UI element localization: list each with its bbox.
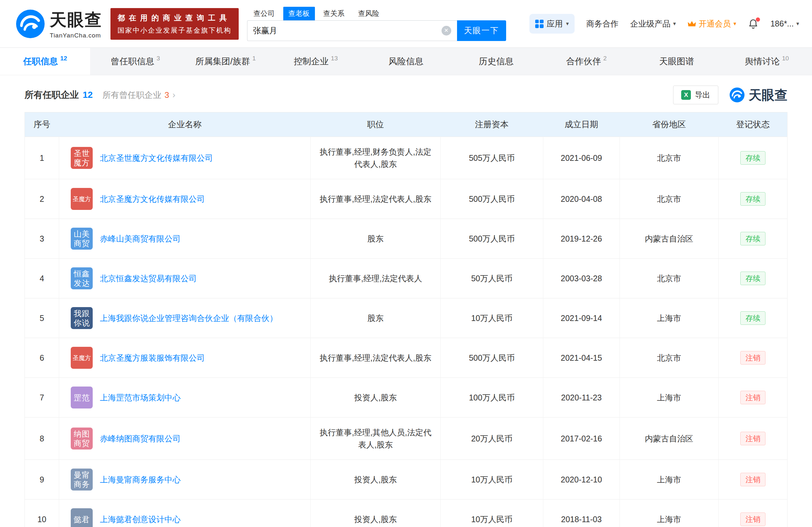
clear-icon[interactable]: ✕ bbox=[441, 26, 451, 35]
tab-舆情讨论[interactable]: 舆情讨论10 bbox=[722, 48, 812, 75]
search-input[interactable] bbox=[253, 26, 441, 35]
avatar-text: 纳图 bbox=[74, 429, 90, 439]
tab-风险信息[interactable]: 风险信息 bbox=[361, 48, 451, 75]
membership-label: 开通会员 bbox=[699, 18, 731, 29]
avatar-text: 商贸 bbox=[74, 239, 90, 248]
capital-cell: 505万人民币 bbox=[440, 137, 543, 179]
tab-历史信息[interactable]: 历史信息 bbox=[451, 48, 541, 75]
tab-count: 1 bbox=[252, 55, 256, 62]
search-tab-查风险[interactable]: 查风险 bbox=[353, 7, 385, 20]
nav-open-membership[interactable]: 开通会员 ▾ bbox=[688, 18, 736, 29]
search-button[interactable]: 天眼一下 bbox=[457, 20, 506, 41]
company-link[interactable]: 赤峰纳图商贸有限公司 bbox=[100, 433, 180, 445]
table-row: 3 山美 商贸 赤峰山美商贸有限公司 股东 500万人民币 2019-12-26… bbox=[25, 219, 787, 259]
serial-cell: 10 bbox=[25, 500, 59, 527]
company-avatar: 懿君 bbox=[71, 508, 93, 527]
tab-曾任职信息[interactable]: 曾任职信息3 bbox=[90, 48, 180, 75]
avatar-text: 圣魔方 bbox=[73, 353, 91, 363]
table-row: 7 罡范 上海罡范市场策划中心 投资人,股东 100万人民币 2020-11-2… bbox=[25, 378, 787, 418]
capital-cell: 20万人民币 bbox=[440, 418, 543, 460]
region-cell: 上海市 bbox=[620, 500, 719, 527]
status-badge: 存续 bbox=[740, 192, 766, 206]
tab-label: 天眼图谱 bbox=[659, 56, 694, 67]
account-menu[interactable]: 186*... ▾ bbox=[770, 19, 799, 28]
table-row: 1 圣世 魔方 北京圣世魔方文化传媒有限公司 执行董事,经理,财务负责人,法定代… bbox=[25, 137, 787, 179]
export-button[interactable]: X 导出 bbox=[673, 86, 718, 104]
status-badge: 存续 bbox=[740, 311, 766, 325]
apps-label: 应用 bbox=[547, 18, 563, 29]
tab-count: 3 bbox=[157, 55, 160, 62]
logo-title: 天眼查 bbox=[50, 9, 102, 31]
apps-menu-button[interactable]: 应用 ▾ bbox=[530, 14, 575, 33]
status-cell: 注销 bbox=[719, 460, 787, 500]
serial-cell: 7 bbox=[25, 378, 59, 418]
former-positions-count: 3 bbox=[164, 90, 169, 100]
section-title: 所有任职企业 bbox=[25, 89, 79, 101]
company-cell: 恒鑫 发达 北京恒鑫发达贸易有限公司 bbox=[59, 259, 311, 298]
company-link[interactable]: 上海曼甯商务服务中心 bbox=[100, 473, 180, 486]
tab-count: 2 bbox=[603, 55, 607, 62]
region-cell: 内蒙古自治区 bbox=[620, 418, 719, 460]
former-positions-link[interactable]: 所有曾任职企业 3 › bbox=[102, 89, 175, 101]
company-link[interactable]: 上海罡范市场策划中心 bbox=[100, 391, 180, 404]
table-row: 5 我跟 你说 上海我跟你说企业管理咨询合伙企业（有限合伙） 股东 10万人民币… bbox=[25, 298, 787, 338]
tab-天眼图谱[interactable]: 天眼图谱 bbox=[632, 48, 722, 75]
tab-控制企业[interactable]: 控制企业13 bbox=[271, 48, 361, 75]
status-badge: 注销 bbox=[740, 512, 766, 526]
promo-banner-line2: 国家中小企业发展子基金旗下机构 bbox=[118, 26, 232, 35]
status-cell: 存续 bbox=[719, 298, 787, 338]
company-avatar: 罡范 bbox=[71, 386, 93, 409]
search-tab-查关系[interactable]: 查关系 bbox=[318, 7, 350, 20]
logo-text: 天眼查 TianYanCha.com bbox=[50, 9, 102, 39]
company-avatar: 纳图 商贸 bbox=[71, 427, 93, 450]
company-link[interactable]: 北京圣魔方文化传媒有限公司 bbox=[100, 193, 205, 205]
avatar-text: 山美 bbox=[74, 229, 90, 239]
caret-down-icon: ▾ bbox=[796, 20, 799, 27]
tab-合作伙伴[interactable]: 合作伙伴2 bbox=[541, 48, 632, 75]
date-cell: 2019-12-26 bbox=[543, 219, 620, 259]
status-badge: 存续 bbox=[740, 272, 766, 285]
avatar-text: 圣世 bbox=[74, 148, 90, 158]
nav-business-cooperation[interactable]: 商务合作 bbox=[586, 18, 619, 29]
company-cell: 罡范 上海罡范市场策划中心 bbox=[59, 378, 311, 418]
caret-down-icon: ▾ bbox=[566, 20, 569, 27]
company-link[interactable]: 赤峰山美商贸有限公司 bbox=[100, 233, 180, 245]
date-cell: 2021-04-15 bbox=[543, 338, 620, 378]
tab-count: 12 bbox=[60, 55, 67, 62]
notification-dot bbox=[756, 17, 760, 21]
watermark-logo: 天眼查 bbox=[729, 86, 787, 104]
table-row: 9 曼甯 商务 上海曼甯商务服务中心 投资人,股东 10万人民币 2020-12… bbox=[25, 460, 787, 500]
avatar-text: 曼甯 bbox=[74, 470, 90, 480]
avatar-text: 商贸 bbox=[74, 439, 90, 448]
company-avatar: 圣世 魔方 bbox=[71, 147, 93, 169]
company-avatar: 我跟 你说 bbox=[71, 307, 93, 329]
capital-cell: 10万人民币 bbox=[440, 298, 543, 338]
search-tab-查老板[interactable]: 查老板 bbox=[283, 7, 315, 20]
serial-cell: 9 bbox=[25, 460, 59, 500]
company-link[interactable]: 上海懿君创意设计中心 bbox=[100, 513, 180, 525]
watermark-text: 天眼查 bbox=[749, 86, 787, 104]
company-link[interactable]: 上海我跟你说企业管理咨询合伙企业（有限合伙） bbox=[100, 312, 277, 324]
tianyancha-watermark-icon bbox=[729, 87, 745, 103]
notifications-bell[interactable] bbox=[748, 18, 759, 29]
caret-down-icon: ▾ bbox=[673, 20, 676, 27]
tab-所属集团/族群[interactable]: 所属集团/族群1 bbox=[180, 48, 271, 75]
status-badge: 注销 bbox=[740, 351, 766, 365]
site-logo[interactable]: 天眼查 TianYanCha.com bbox=[15, 9, 102, 39]
positions-table: 序号企业名称职位注册资本成立日期省份地区登记状态 1 圣世 魔方 北京圣世魔方文… bbox=[25, 112, 787, 527]
company-link[interactable]: 北京圣世魔方文化传媒有限公司 bbox=[100, 152, 213, 164]
column-header: 成立日期 bbox=[543, 112, 620, 137]
position-cell: 投资人,股东 bbox=[311, 378, 440, 418]
avatar-text: 罡范 bbox=[74, 393, 90, 402]
nav-enterprise-products[interactable]: 企业级产品 ▾ bbox=[630, 18, 676, 29]
position-cell: 执行董事,经理,其他人员,法定代表人,股东 bbox=[311, 418, 440, 460]
search-tab-查公司[interactable]: 查公司 bbox=[248, 7, 280, 20]
tab-任职信息[interactable]: 任职信息12 bbox=[0, 48, 90, 75]
date-cell: 2017-02-16 bbox=[543, 418, 620, 460]
table-row: 4 恒鑫 发达 北京恒鑫发达贸易有限公司 执行董事,经理,法定代表人 50万人民… bbox=[25, 259, 787, 298]
promo-banner[interactable]: 都在用的商业查询工具 国家中小企业发展子基金旗下机构 bbox=[111, 8, 239, 40]
company-link[interactable]: 北京恒鑫发达贸易有限公司 bbox=[100, 272, 197, 284]
status-cell: 存续 bbox=[719, 179, 787, 219]
column-header: 企业名称 bbox=[59, 112, 311, 137]
company-link[interactable]: 北京圣魔方服装服饰有限公司 bbox=[100, 352, 205, 364]
